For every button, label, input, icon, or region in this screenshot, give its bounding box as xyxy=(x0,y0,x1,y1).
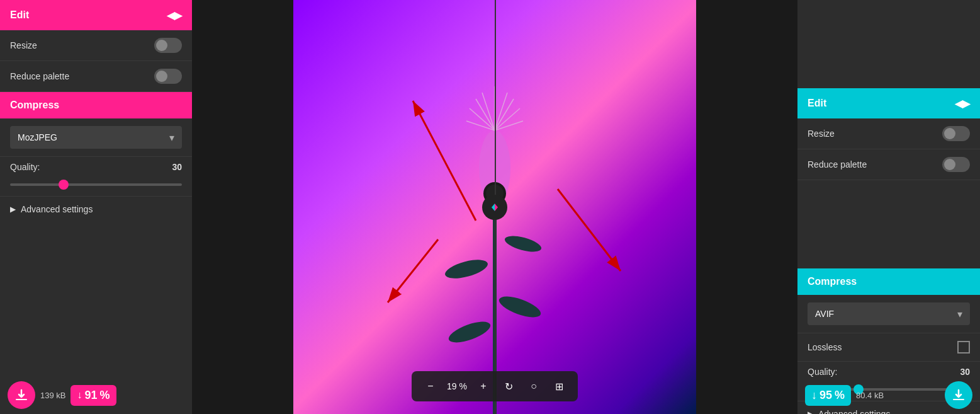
left-compression-arrow: ↓ xyxy=(77,389,82,401)
left-original-size: 139 kB xyxy=(40,391,65,400)
right-compression-arrow: ↓ xyxy=(811,389,817,402)
svg-point-4 xyxy=(443,256,490,282)
left-format-select[interactable]: MozJPEG AVIF WebP OxiPNG xyxy=(10,126,182,149)
right-quality-value: 30 xyxy=(960,367,970,377)
left-compress-header: Compress xyxy=(0,92,192,118)
right-resize-toggle[interactable] xyxy=(942,126,970,141)
svg-point-2 xyxy=(446,318,493,347)
right-reduce-palette-slider xyxy=(942,157,970,172)
image-container xyxy=(293,0,696,414)
left-resize-slider xyxy=(154,38,182,53)
right-panel: Edit ◀▶ Resize Reduce palette Compress M… xyxy=(797,0,980,414)
left-bottom-bar: 139 kB ↓ 91 % xyxy=(0,376,192,414)
left-advanced-settings-label: Advanced settings xyxy=(21,204,93,214)
left-edit-header: Edit ◀▶ xyxy=(0,0,192,30)
svg-marker-18 xyxy=(492,204,495,211)
zoom-in-button[interactable]: + xyxy=(472,375,495,398)
left-advanced-chevron-icon: ▶ xyxy=(10,205,16,214)
left-quality-label-row: Quality: 30 xyxy=(10,162,182,172)
left-compression-badge[interactable]: ↓ 91 % xyxy=(70,385,116,406)
right-resize-row: Resize xyxy=(797,118,980,149)
svg-line-11 xyxy=(495,99,514,130)
svg-rect-24 xyxy=(953,399,964,400)
svg-marker-19 xyxy=(495,204,498,211)
right-download-icon xyxy=(952,388,966,402)
zoom-out-button[interactable]: − xyxy=(419,375,442,398)
left-resize-row: Resize xyxy=(0,30,192,61)
svg-line-22 xyxy=(388,239,438,302)
left-download-icon xyxy=(14,388,28,402)
left-reduce-palette-label: Reduce palette xyxy=(10,71,69,81)
right-compress-header: Compress xyxy=(797,268,980,295)
right-download-button[interactable] xyxy=(945,381,972,409)
rotate-button[interactable]: ↻ xyxy=(497,375,520,398)
right-compress-title: Compress xyxy=(808,276,857,287)
left-quality-value: 30 xyxy=(172,162,182,172)
left-compression-unit: % xyxy=(100,389,110,402)
left-resize-toggle[interactable] xyxy=(154,38,182,53)
right-file-size: 80.4 kB xyxy=(856,391,940,400)
right-quality-label: Quality: xyxy=(808,367,837,377)
svg-point-3 xyxy=(497,292,543,321)
left-edit-chevron-icon[interactable]: ◀▶ xyxy=(167,8,182,23)
left-quality-row: Quality: 30 xyxy=(0,157,192,197)
right-resize-label: Resize xyxy=(808,129,835,139)
left-reduce-palette-toggle[interactable] xyxy=(154,69,182,84)
left-quality-slider[interactable] xyxy=(10,183,182,186)
right-edit-title: Edit xyxy=(808,98,826,109)
right-lossless-checkbox[interactable] xyxy=(957,341,970,354)
right-edit-chevron-icon[interactable]: ◀▶ xyxy=(955,96,970,111)
zoom-value: 19 % xyxy=(444,381,470,391)
right-reduce-palette-label: Reduce palette xyxy=(808,159,867,170)
right-reduce-palette-row: Reduce palette xyxy=(797,149,980,180)
left-edit-title: Edit xyxy=(10,9,29,21)
right-resize-slider xyxy=(942,126,970,141)
svg-point-5 xyxy=(503,233,543,255)
split-handle[interactable] xyxy=(482,195,507,220)
right-format-select-wrapper: MozJPEG AVIF WebP OxiPNG xyxy=(808,302,970,325)
svg-rect-0 xyxy=(16,399,27,400)
left-reduce-palette-row: Reduce palette xyxy=(0,61,192,92)
left-compression-percent: 91 xyxy=(84,389,97,402)
right-compression-badge[interactable]: ↓ 95 % xyxy=(805,385,851,406)
left-panel: Edit ◀▶ Resize Reduce palette Compress M… xyxy=(0,0,192,414)
left-reduce-palette-slider xyxy=(154,69,182,84)
left-format-row: MozJPEG AVIF WebP OxiPNG xyxy=(0,118,192,157)
right-lossless-row: Lossless xyxy=(797,333,980,362)
layout-button[interactable]: ⊞ xyxy=(548,375,570,398)
left-quality-label: Quality: xyxy=(10,162,40,172)
image-display xyxy=(293,0,696,414)
right-compression-percent: 95 xyxy=(819,389,832,402)
right-reduce-palette-toggle[interactable] xyxy=(942,157,970,172)
circle-button[interactable]: ○ xyxy=(522,375,545,398)
left-format-select-wrapper: MozJPEG AVIF WebP OxiPNG xyxy=(10,126,182,149)
svg-line-15 xyxy=(495,121,523,130)
left-resize-label: Resize xyxy=(10,40,37,50)
image-toolbar: − 19 % + ↻ ○ ⊞ xyxy=(412,371,578,401)
right-edit-header: Edit ◀▶ xyxy=(797,88,980,118)
right-format-row: MozJPEG AVIF WebP OxiPNG xyxy=(797,295,980,333)
right-format-select[interactable]: MozJPEG AVIF WebP OxiPNG xyxy=(808,302,970,325)
left-advanced-settings[interactable]: ▶ Advanced settings xyxy=(0,197,192,222)
right-quality-label-row: Quality: 30 xyxy=(808,367,970,377)
left-download-button[interactable] xyxy=(8,381,35,409)
svg-line-10 xyxy=(476,99,495,130)
svg-line-14 xyxy=(466,121,495,130)
center-image-area: − 19 % + ↻ ○ ⊞ xyxy=(192,0,797,414)
right-compression-unit: % xyxy=(835,389,845,402)
split-handle-icon xyxy=(488,201,501,214)
left-compress-title: Compress xyxy=(10,100,59,111)
svg-line-23 xyxy=(558,189,621,271)
right-bottom-bar: ↓ 95 % 80.4 kB xyxy=(797,376,980,414)
right-lossless-label: Lossless xyxy=(808,342,842,352)
